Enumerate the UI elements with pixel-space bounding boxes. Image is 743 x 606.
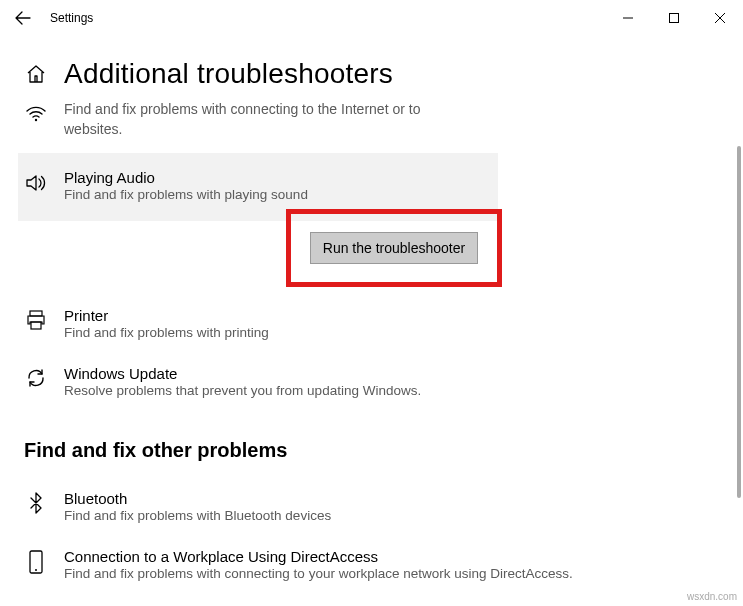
titlebar: Settings (0, 0, 743, 36)
printer-title: Printer (64, 307, 719, 324)
page-title: Additional troubleshooters (64, 58, 393, 90)
scrollbar[interactable] (737, 146, 741, 498)
directaccess-desc: Find and fix problems with connecting to… (64, 565, 719, 584)
svg-point-1 (35, 119, 37, 121)
minimize-icon (623, 13, 633, 23)
minimize-button[interactable] (605, 0, 651, 36)
close-icon (715, 13, 725, 23)
page-header: Additional troubleshooters (24, 58, 719, 90)
internet-desc: Find and fix problems with connecting to… (64, 100, 464, 139)
speaker-icon (24, 171, 48, 195)
printer-troubleshooter[interactable]: Printer Find and fix problems with print… (24, 295, 719, 353)
run-highlight-box: Run the troubleshooter (286, 209, 502, 287)
svg-rect-2 (30, 311, 42, 316)
sync-icon (25, 367, 47, 389)
windows-update-desc: Resolve problems that prevent you from u… (64, 382, 719, 401)
home-icon (26, 64, 46, 84)
printer-desc: Find and fix problems with printing (64, 324, 719, 343)
svg-point-5 (35, 569, 37, 571)
bluetooth-icon (26, 492, 46, 514)
arrow-left-icon (15, 10, 31, 26)
windows-update-troubleshooter[interactable]: Windows Update Resolve problems that pre… (24, 353, 719, 411)
bluetooth-desc: Find and fix problems with Bluetooth dev… (64, 507, 719, 526)
playing-audio-title: Playing Audio (64, 169, 498, 186)
window-controls (605, 0, 743, 36)
run-troubleshooter-button[interactable]: Run the troubleshooter (310, 232, 478, 264)
directaccess-title: Connection to a Workplace Using DirectAc… (64, 548, 719, 565)
close-button[interactable] (697, 0, 743, 36)
home-icon-slot[interactable] (24, 64, 48, 84)
svg-rect-3 (31, 322, 41, 329)
bluetooth-troubleshooter[interactable]: Bluetooth Find and fix problems with Blu… (24, 478, 719, 536)
svg-rect-0 (670, 14, 679, 23)
bluetooth-title: Bluetooth (64, 490, 719, 507)
window-title: Settings (46, 11, 93, 25)
content-area: Additional troubleshooters Find and fix … (0, 58, 743, 594)
other-problems-heading: Find and fix other problems (24, 439, 719, 462)
windows-update-title: Windows Update (64, 365, 719, 382)
watermark: wsxdn.com (687, 591, 737, 602)
printer-icon (25, 309, 47, 331)
wifi-icon (25, 102, 47, 124)
playing-audio-desc: Find and fix problems with playing sound (64, 186, 498, 205)
maximize-icon (669, 13, 679, 23)
phone-icon (27, 550, 45, 574)
directaccess-troubleshooter[interactable]: Connection to a Workplace Using DirectAc… (24, 536, 719, 594)
internet-troubleshooter[interactable]: Find and fix problems with connecting to… (24, 100, 719, 139)
maximize-button[interactable] (651, 0, 697, 36)
back-button[interactable] (0, 0, 46, 36)
